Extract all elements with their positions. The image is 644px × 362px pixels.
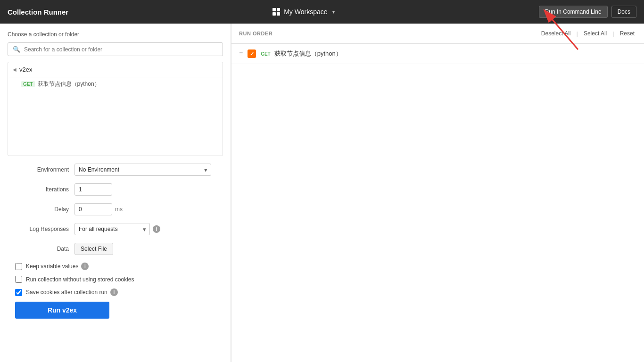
run-without-cookies-row: Run collection without using stored cook… (8, 276, 223, 283)
search-input[interactable] (24, 46, 218, 53)
run-in-command-line-button[interactable]: Run In Command Line (539, 6, 608, 18)
environment-select-wrapper: No Environment (74, 164, 211, 176)
header-left: Collection Runner (8, 8, 68, 16)
left-panel: Choose a collection or folder 🔍 ◀ v2ex G… (0, 24, 231, 362)
keep-variable-checkbox[interactable] (15, 263, 22, 270)
environment-select[interactable]: No Environment (74, 164, 211, 176)
data-label: Data (8, 246, 69, 252)
search-icon: 🔍 (13, 46, 20, 53)
save-cookies-label: Save cookies after collection run (26, 289, 107, 296)
chevron-down-icon: ▾ (332, 9, 335, 15)
log-responses-row: Log Responses For all requests i (8, 223, 223, 235)
header-right: Run In Command Line Docs (539, 6, 636, 18)
request-method-badge: GET (261, 51, 271, 57)
docs-button[interactable]: Docs (611, 6, 636, 18)
select-file-button[interactable]: Select File (74, 243, 113, 255)
run-order-header: RUN ORDER Deselect All | Select All | Re… (231, 24, 644, 44)
workspace-selector[interactable]: My Workspace ▾ (272, 8, 334, 16)
save-cookies-info-icon[interactable]: i (110, 288, 118, 296)
right-panel: RUN ORDER Deselect All | Select All | Re… (231, 24, 644, 362)
data-row: Data Select File (8, 243, 223, 255)
environment-row: Environment No Environment (8, 164, 223, 176)
run-button[interactable]: Run v2ex (15, 302, 109, 319)
method-badge: GET (21, 81, 35, 87)
delay-label: Delay (8, 206, 69, 213)
iterations-input[interactable] (74, 183, 112, 196)
log-select[interactable]: For all requests (74, 223, 150, 235)
app-title: Collection Runner (8, 8, 68, 16)
collection-tree: ◀ v2ex GET 获取节点信息（python） (8, 62, 223, 156)
run-without-cookies-checkbox[interactable] (15, 276, 22, 283)
run-order-title: RUN ORDER (239, 31, 272, 36)
delay-row: Delay ms (8, 203, 223, 215)
workspace-icon (272, 8, 280, 16)
select-all-link[interactable]: Select All (582, 29, 609, 38)
delay-input[interactable] (74, 203, 112, 215)
separator-1: | (577, 30, 578, 37)
deselect-all-link[interactable]: Deselect All (539, 29, 573, 38)
drag-icon[interactable]: ≡ (239, 50, 243, 58)
collection-item-v2ex[interactable]: ◀ v2ex (8, 62, 223, 77)
delay-unit: ms (115, 206, 123, 213)
run-order-actions: Deselect All | Select All | Reset (539, 29, 636, 38)
request-name-tree: 获取节点信息（python） (38, 80, 100, 88)
log-select-wrapper: For all requests (74, 223, 150, 235)
run-order-item: ≡ GET 获取节点信息（python） (231, 44, 644, 64)
keep-variable-label: Keep variable values (26, 263, 78, 270)
collection-name: v2ex (19, 66, 32, 73)
header: Collection Runner My Workspace ▾ Run In … (0, 0, 644, 24)
save-cookies-checkbox[interactable] (15, 289, 22, 296)
search-box: 🔍 (8, 42, 223, 56)
collapse-icon: ◀ (13, 67, 17, 72)
log-label: Log Responses (8, 226, 69, 232)
keep-variable-info-icon[interactable]: i (81, 263, 89, 270)
save-cookies-row: Save cookies after collection run i (8, 288, 223, 296)
iterations-label: Iterations (8, 186, 69, 193)
iterations-row: Iterations (8, 183, 223, 196)
keep-variable-row: Keep variable values i (8, 263, 223, 270)
request-name: 获取节点信息（python） (274, 49, 342, 58)
item-checkbox[interactable] (248, 49, 256, 58)
environment-label: Environment (8, 166, 69, 173)
workspace-name: My Workspace (284, 8, 327, 16)
reset-link[interactable]: Reset (618, 29, 636, 38)
request-item-tree[interactable]: GET 获取节点信息（python） (8, 77, 223, 91)
run-without-cookies-label: Run collection without using stored cook… (26, 276, 134, 283)
run-btn-wrapper: Run v2ex (8, 302, 223, 319)
main-layout: Choose a collection or folder 🔍 ◀ v2ex G… (0, 24, 644, 362)
separator-2: | (612, 30, 614, 37)
panel-subtitle: Choose a collection or folder (8, 31, 223, 38)
log-info-icon[interactable]: i (153, 225, 160, 233)
